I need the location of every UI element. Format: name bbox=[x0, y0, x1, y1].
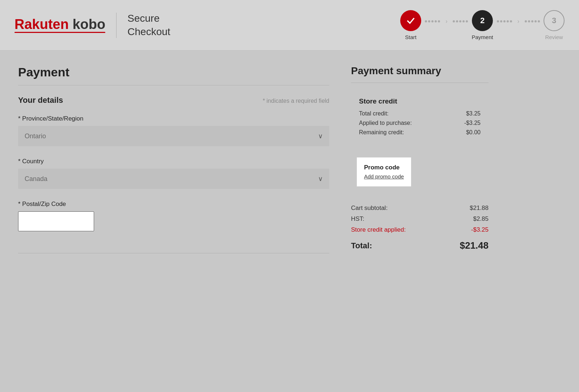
dot bbox=[500, 20, 502, 22]
dot bbox=[510, 20, 512, 22]
dot bbox=[459, 20, 461, 22]
dot bbox=[425, 20, 427, 22]
your-details-row: Your details * indicates a required fiel… bbox=[18, 96, 329, 105]
step-payment: 2 Payment bbox=[472, 10, 493, 40]
step-review-circle: 3 bbox=[544, 10, 565, 31]
summary-title: Payment summary bbox=[351, 65, 489, 77]
country-select-wrapper[interactable]: Canada United States United Kingdom ∨ bbox=[18, 169, 329, 189]
payment-section-divider bbox=[18, 85, 329, 85]
promo-title: Promo code bbox=[364, 164, 404, 171]
store-credit-title: Store credit bbox=[359, 97, 481, 105]
dot bbox=[438, 20, 440, 22]
dot bbox=[503, 20, 506, 22]
dot bbox=[428, 20, 430, 22]
dot bbox=[534, 20, 537, 22]
step-dots-2 bbox=[497, 20, 512, 30]
postal-label: * Postal/Zip Code bbox=[18, 201, 329, 208]
dot bbox=[453, 20, 455, 22]
logo-text: Rakuten kobo bbox=[14, 17, 105, 31]
postal-field-group: * Postal/Zip Code bbox=[18, 201, 329, 231]
province-select-wrapper[interactable]: Ontario British Columbia Alberta Quebec … bbox=[18, 126, 329, 146]
logo-underline bbox=[14, 32, 105, 33]
step-start-label: Start bbox=[405, 34, 417, 40]
applied-label: Applied to purchase: bbox=[359, 120, 412, 126]
cart-subtotal-row: Cart subtotal: $21.88 bbox=[351, 205, 489, 212]
step-dots-2b bbox=[525, 20, 540, 30]
logo: Rakuten kobo bbox=[14, 17, 105, 33]
province-field-group: * Province/State/Region Ontario British … bbox=[18, 115, 329, 146]
dot bbox=[466, 20, 468, 22]
dot bbox=[456, 20, 458, 22]
checkout-steps: Start › 2 Payment bbox=[400, 10, 565, 40]
applied-row: Applied to purchase: -$3.25 bbox=[359, 120, 481, 126]
dot bbox=[497, 20, 499, 22]
summary-divider bbox=[351, 83, 489, 83]
check-icon bbox=[406, 16, 416, 26]
logo-kobo: kobo bbox=[72, 17, 105, 32]
credit-applied-value: -$3.25 bbox=[471, 226, 489, 233]
store-credit-box: Store credit Total credit: $3.25 Applied… bbox=[351, 90, 489, 146]
right-panel: Payment summary Store credit Total credi… bbox=[351, 65, 489, 264]
remaining-row: Remaining credit: $0.00 bbox=[359, 129, 481, 136]
total-credit-value: $3.25 bbox=[466, 110, 481, 117]
total-credit-label: Total credit: bbox=[359, 110, 389, 117]
province-label: * Province/State/Region bbox=[18, 115, 329, 122]
step-review: 3 Review bbox=[544, 10, 565, 40]
logo-wordmark: Rakuten kobo bbox=[14, 17, 105, 33]
step-dots-1b bbox=[453, 20, 468, 30]
step-review-number: 3 bbox=[552, 16, 556, 25]
hst-label: HST: bbox=[351, 215, 364, 223]
dot bbox=[507, 20, 509, 22]
dot bbox=[435, 20, 437, 22]
step-start: Start bbox=[400, 10, 421, 40]
your-details-label: Your details bbox=[18, 96, 63, 105]
header: Rakuten kobo SecureCheckout Start › bbox=[0, 0, 579, 51]
remaining-value: $0.00 bbox=[466, 129, 481, 136]
add-promo-link[interactable]: Add promo code bbox=[364, 173, 404, 180]
payment-title: Payment bbox=[18, 65, 329, 79]
total-credit-row: Total credit: $3.25 bbox=[359, 110, 481, 117]
step-arrow-1: › bbox=[445, 18, 447, 33]
step-dots-1 bbox=[425, 20, 440, 30]
dot bbox=[431, 20, 434, 22]
credit-applied-row: Store credit applied: -$3.25 bbox=[351, 226, 489, 233]
cart-subtotal-label: Cart subtotal: bbox=[351, 205, 388, 212]
dot bbox=[538, 20, 540, 22]
step-review-label: Review bbox=[545, 34, 563, 40]
dot bbox=[525, 20, 527, 22]
header-divider bbox=[116, 13, 117, 38]
postal-input[interactable] bbox=[18, 211, 94, 231]
promo-section: Promo code Add promo code bbox=[351, 152, 489, 201]
hst-row: HST: $2.85 bbox=[351, 215, 489, 223]
applied-value: -$3.25 bbox=[464, 120, 481, 126]
required-note: * indicates a required field bbox=[263, 98, 329, 104]
step-payment-number: 2 bbox=[480, 16, 485, 25]
credit-applied-label: Store credit applied: bbox=[351, 226, 406, 233]
dot bbox=[528, 20, 530, 22]
left-panel: Payment Your details * indicates a requi… bbox=[18, 65, 329, 264]
province-select[interactable]: Ontario British Columbia Alberta Quebec bbox=[18, 126, 329, 146]
country-label: * Country bbox=[18, 158, 329, 165]
remaining-label: Remaining credit: bbox=[359, 129, 404, 136]
cart-subtotal-value: $21.88 bbox=[470, 205, 489, 212]
main-content: Payment Your details * indicates a requi… bbox=[0, 51, 579, 278]
dot bbox=[462, 20, 465, 22]
dot bbox=[531, 20, 533, 22]
step-payment-label: Payment bbox=[472, 34, 493, 40]
country-field-group: * Country Canada United States United Ki… bbox=[18, 158, 329, 189]
step-payment-circle: 2 bbox=[472, 10, 493, 31]
hst-value: $2.85 bbox=[473, 215, 489, 223]
bottom-divider bbox=[18, 253, 329, 253]
summary-rows: Cart subtotal: $21.88 HST: $2.85 Store c… bbox=[351, 205, 489, 233]
step-start-circle bbox=[400, 10, 421, 31]
secure-checkout-title: SecureCheckout bbox=[127, 12, 170, 38]
country-select[interactable]: Canada United States United Kingdom bbox=[18, 169, 329, 189]
total-value: $21.48 bbox=[460, 240, 489, 251]
promo-box: Promo code Add promo code bbox=[357, 157, 411, 186]
total-row: Total: $21.48 bbox=[351, 240, 489, 251]
total-label: Total: bbox=[351, 241, 372, 250]
step-arrow-2: › bbox=[517, 18, 519, 33]
